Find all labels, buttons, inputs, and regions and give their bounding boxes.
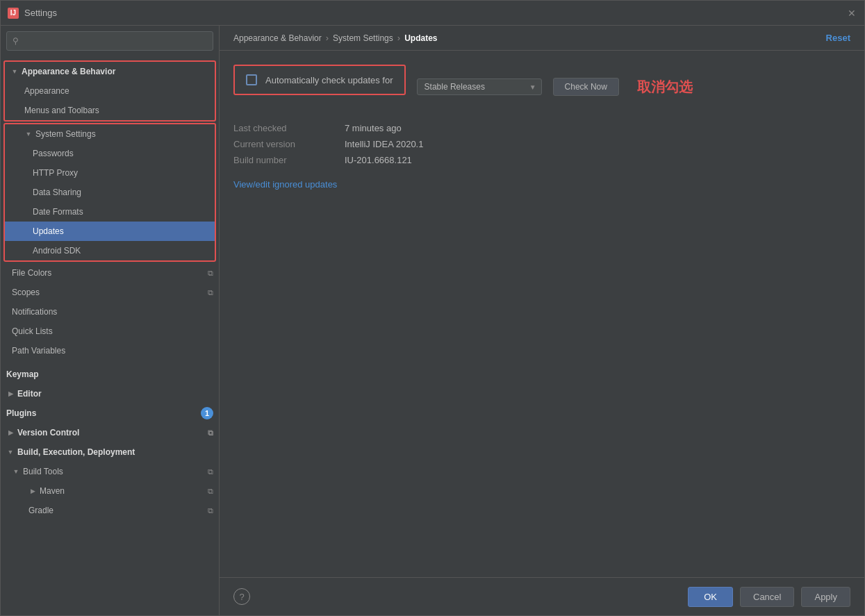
sidebar-item-build-tools[interactable]: ▼ Build Tools ⧉ — [1, 462, 219, 481]
sidebar-item-menus-toolbars[interactable]: Menus and Toolbars — [5, 101, 215, 120]
build-number-value: IU-201.6668.121 — [345, 155, 850, 165]
sidebar-item-date-formats[interactable]: Date Formats — [5, 202, 215, 222]
release-type-dropdown-container: Stable Releases Early Access Program All… — [417, 78, 542, 95]
plugins-badge: 1 — [201, 407, 213, 419]
help-button[interactable]: ? — [233, 588, 250, 605]
sidebar-label-scopes: Scopes — [12, 288, 40, 297]
cancel-button[interactable]: Cancel — [740, 587, 794, 607]
breadcrumb-sep1: › — [326, 33, 329, 43]
sidebar-item-path-variables[interactable]: Path Variables — [1, 341, 219, 360]
search-icon: ⚲ — [13, 36, 19, 46]
sidebar-label-http-proxy: HTTP Proxy — [33, 168, 78, 178]
bottom-bar: ? OK Cancel Apply — [220, 577, 864, 615]
sidebar-label-build-exec-deploy: Build, Execution, Deployment — [17, 447, 135, 457]
dialog-title: Settings — [24, 8, 846, 18]
current-version-label: Current version — [233, 139, 331, 149]
sidebar-item-system-settings[interactable]: ▼ System Settings — [5, 124, 215, 144]
sidebar-item-file-colors[interactable]: File Colors ⧉ — [1, 263, 219, 283]
check-now-button[interactable]: Check Now — [553, 78, 619, 96]
sidebar-item-appearance-behavior[interactable]: ▼ Appearance & Behavior — [5, 62, 215, 81]
breadcrumb-current: Updates — [404, 33, 437, 43]
auto-check-section: Automatically check updates for — [233, 65, 406, 95]
vc-arrow-icon: ▶ — [6, 428, 15, 437]
gradle-icon: ⧉ — [208, 506, 213, 515]
sidebar-item-android-sdk[interactable]: Android SDK — [5, 241, 215, 260]
build-arrow-icon: ▼ — [6, 448, 15, 456]
sidebar-item-passwords[interactable]: Passwords — [5, 144, 215, 163]
app-icon: IJ — [8, 8, 19, 19]
sidebar-label-path-variables: Path Variables — [12, 346, 65, 356]
sidebar-item-appearance[interactable]: Appearance — [5, 81, 215, 101]
build-tools-icon: ⧉ — [208, 467, 213, 476]
sidebar-item-plugins[interactable]: Plugins 1 — [1, 403, 219, 423]
sidebar-label-file-colors: File Colors — [12, 268, 51, 278]
sidebar-item-quick-lists[interactable]: Quick Lists — [1, 322, 219, 341]
sidebar-label-keymap: Keymap — [6, 369, 39, 379]
sidebar-item-editor[interactable]: ▶ Editor — [1, 384, 219, 403]
expand-arrow-icon: ▼ — [10, 67, 19, 76]
sidebar-label-quick-lists: Quick Lists — [12, 326, 53, 336]
close-button[interactable]: ✕ — [846, 8, 857, 19]
sidebar-label-notifications: Notifications — [12, 307, 57, 317]
settings-dialog: IJ Settings ✕ ⚲ ▼ Appearance & Behavior … — [0, 0, 865, 616]
breadcrumb: Appearance & Behavior › System Settings … — [220, 26, 864, 51]
breadcrumb-sep2: › — [397, 33, 400, 43]
breadcrumb-part1: Appearance & Behavior — [233, 33, 322, 43]
search-box[interactable]: ⚲ — [6, 31, 213, 51]
view-ignored-link[interactable]: View/edit ignored updates — [233, 179, 337, 190]
sidebar-label-appearance: Appearance — [24, 86, 69, 96]
last-checked-value: 7 minutes ago — [345, 123, 850, 133]
title-bar: IJ Settings ✕ — [1, 1, 864, 26]
current-version-value: IntelliJ IDEA 2020.1 — [345, 139, 850, 149]
action-buttons: OK Cancel Apply — [688, 587, 850, 607]
build-tools-arrow-icon: ▼ — [12, 467, 20, 476]
apply-button[interactable]: Apply — [801, 587, 850, 607]
ok-button[interactable]: OK — [688, 587, 733, 607]
sidebar-label-plugins: Plugins — [6, 408, 36, 418]
copy-icon-2: ⧉ — [208, 288, 213, 297]
sidebar-label-updates: Updates — [33, 226, 64, 236]
sidebar-item-version-control[interactable]: ▶ Version Control ⧉ — [1, 423, 219, 442]
sidebar-item-gradle[interactable]: Gradle ⧉ — [1, 501, 219, 520]
auto-check-label: Automatically check updates for — [265, 75, 393, 85]
main-content: Appearance & Behavior › System Settings … — [220, 26, 864, 615]
sidebar-label-version-control: Version Control — [17, 428, 79, 438]
sidebar: ⚲ ▼ Appearance & Behavior Appearance Men… — [1, 26, 220, 615]
sidebar-label-maven: Maven — [40, 486, 65, 496]
sidebar-label-date-formats: Date Formats — [33, 207, 83, 217]
dialog-body: ⚲ ▼ Appearance & Behavior Appearance Men… — [1, 26, 864, 615]
sidebar-label-editor: Editor — [17, 389, 42, 399]
sidebar-label-appearance-behavior: Appearance & Behavior — [22, 67, 115, 76]
subsection-arrow-icon: ▼ — [24, 130, 33, 138]
reset-button[interactable]: Reset — [826, 33, 850, 43]
breadcrumb-part2: System Settings — [333, 33, 393, 43]
sidebar-label-data-sharing: Data Sharing — [33, 188, 81, 197]
sidebar-item-http-proxy[interactable]: HTTP Proxy — [5, 163, 215, 183]
sidebar-label-android-sdk: Android SDK — [33, 246, 81, 256]
sidebar-label-build-tools: Build Tools — [23, 467, 63, 476]
sidebar-label-system-settings: System Settings — [35, 129, 96, 139]
nav-tree: ▼ Appearance & Behavior Appearance Menus… — [1, 56, 219, 615]
copy-icon: ⧉ — [208, 269, 213, 278]
sidebar-item-build-exec-deploy[interactable]: ▼ Build, Execution, Deployment — [1, 442, 219, 462]
sidebar-item-maven[interactable]: ▶ Maven ⧉ — [1, 481, 219, 501]
annotation-text: 取消勾选 — [637, 78, 693, 97]
sidebar-label-menus-toolbars: Menus and Toolbars — [24, 106, 99, 115]
sidebar-item-notifications[interactable]: Notifications — [1, 302, 219, 322]
sidebar-item-scopes[interactable]: Scopes ⧉ — [1, 283, 219, 302]
search-input[interactable] — [23, 36, 207, 46]
sidebar-item-data-sharing[interactable]: Data Sharing — [5, 183, 215, 202]
sidebar-label-passwords: Passwords — [33, 149, 74, 158]
auto-check-checkbox[interactable] — [246, 74, 257, 85]
content-area: Automatically check updates for Stable R… — [220, 51, 864, 577]
editor-arrow-icon: ▶ — [6, 390, 15, 398]
sidebar-label-gradle: Gradle — [28, 506, 53, 515]
last-checked-label: Last checked — [233, 123, 331, 133]
vc-icon: ⧉ — [208, 428, 213, 438]
sidebar-item-updates[interactable]: Updates — [5, 222, 215, 241]
sidebar-item-keymap[interactable]: Keymap — [1, 365, 219, 384]
release-type-dropdown[interactable]: Stable Releases Early Access Program All… — [417, 78, 542, 95]
maven-icon: ⧉ — [208, 487, 213, 496]
build-number-label: Build number — [233, 155, 331, 165]
info-grid: Last checked 7 minutes ago Current versi… — [233, 123, 850, 165]
